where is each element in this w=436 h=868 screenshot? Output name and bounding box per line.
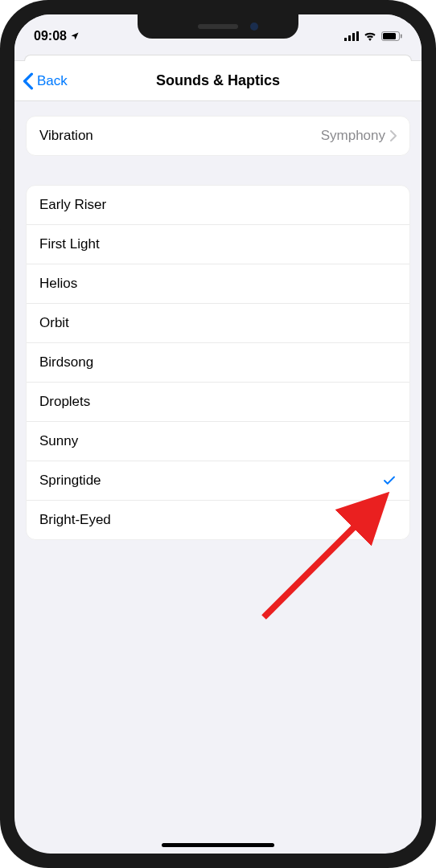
- sound-label: Sunny: [39, 433, 78, 449]
- vibration-label: Vibration: [39, 128, 93, 144]
- svg-rect-3: [356, 31, 359, 41]
- sound-label: Bright-Eyed: [39, 512, 111, 528]
- volume-up-button: [0, 173, 1, 217]
- svg-rect-0: [344, 38, 347, 41]
- mute-switch: [0, 129, 1, 153]
- notch: [138, 14, 298, 39]
- svg-rect-2: [352, 33, 355, 41]
- svg-rect-5: [383, 33, 396, 39]
- sound-label: Birdsong: [39, 354, 93, 371]
- sound-row[interactable]: Early Riser: [27, 186, 409, 225]
- sound-label: Droplets: [39, 394, 90, 410]
- tab-strip: [14, 50, 422, 61]
- battery-icon: [381, 31, 402, 41]
- vibration-group: Vibration Symphony: [26, 116, 410, 156]
- vibration-value: Symphony: [321, 128, 385, 144]
- sound-label: Helios: [39, 276, 77, 292]
- vibration-value-wrap: Symphony: [321, 128, 397, 144]
- front-camera: [250, 23, 258, 31]
- back-button[interactable]: Back: [14, 72, 68, 90]
- wifi-icon: [364, 31, 376, 41]
- sounds-group: Early RiserFirst LightHeliosOrbitBirdson…: [26, 185, 410, 540]
- volume-down-button: [0, 229, 1, 273]
- sound-row[interactable]: Orbit: [27, 304, 409, 343]
- sound-row[interactable]: First Light: [27, 225, 409, 264]
- sound-label: First Light: [39, 236, 100, 252]
- sound-label: Orbit: [39, 315, 69, 331]
- svg-rect-1: [348, 35, 351, 41]
- chevron-left-icon: [23, 72, 34, 90]
- back-label: Back: [37, 73, 68, 89]
- sound-label: Springtide: [39, 473, 101, 489]
- sound-row[interactable]: Bright-Eyed: [27, 501, 409, 539]
- content: Vibration Symphony Early RiserFirst Ligh…: [14, 101, 422, 583]
- location-arrow-icon: [70, 31, 80, 41]
- sound-row[interactable]: Droplets: [27, 383, 409, 422]
- time-label: 09:08: [34, 29, 67, 43]
- vibration-row[interactable]: Vibration Symphony: [27, 117, 409, 155]
- signal-icon: [344, 31, 359, 41]
- sound-row[interactable]: Birdsong: [27, 343, 409, 383]
- phone-frame: 09:08 Back Sounds & Haptics Vibration: [0, 0, 436, 868]
- sound-row[interactable]: Sunny: [27, 422, 409, 461]
- checkmark-icon: [382, 473, 397, 488]
- nav-bar: Back Sounds & Haptics: [14, 61, 422, 101]
- sound-row[interactable]: Helios: [27, 264, 409, 304]
- screen: 09:08 Back Sounds & Haptics Vibration: [14, 14, 422, 854]
- svg-rect-6: [401, 35, 402, 39]
- status-icons: [344, 31, 402, 41]
- sound-label: Early Riser: [39, 197, 106, 213]
- speaker-grille: [198, 24, 238, 29]
- sound-row[interactable]: Springtide: [27, 461, 409, 501]
- status-time: 09:08: [34, 29, 80, 43]
- chevron-right-icon: [390, 130, 397, 141]
- page-title: Sounds & Haptics: [156, 72, 280, 89]
- home-indicator[interactable]: [162, 843, 274, 847]
